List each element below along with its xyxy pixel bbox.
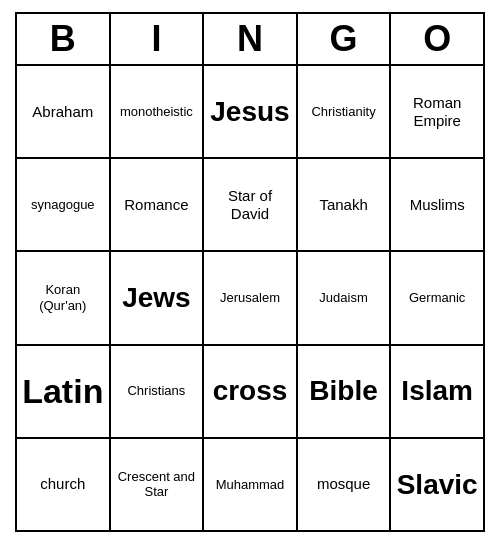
bingo-cell-4-2: Muhammad xyxy=(204,439,298,530)
header-letter-i: I xyxy=(111,14,205,64)
bingo-cell-0-4: Roman Empire xyxy=(391,66,483,157)
bingo-cell-0-0: Abraham xyxy=(17,66,111,157)
bingo-row-3: LatinChristianscrossBibleIslam xyxy=(17,346,483,439)
bingo-cell-1-0: synagogue xyxy=(17,159,111,250)
header-letter-n: N xyxy=(204,14,298,64)
bingo-row-4: churchCrescent and StarMuhammadmosqueSla… xyxy=(17,439,483,530)
bingo-cell-2-1: Jews xyxy=(111,252,205,343)
bingo-board: BINGO AbrahammonotheisticJesusChristiani… xyxy=(15,12,485,532)
bingo-cell-2-2: Jerusalem xyxy=(204,252,298,343)
bingo-cell-4-0: church xyxy=(17,439,111,530)
bingo-cell-1-4: Muslims xyxy=(391,159,483,250)
header-letter-o: O xyxy=(391,14,483,64)
bingo-cell-4-4: Slavic xyxy=(391,439,483,530)
bingo-cell-1-3: Tanakh xyxy=(298,159,392,250)
bingo-cell-1-1: Romance xyxy=(111,159,205,250)
bingo-cell-0-1: monotheistic xyxy=(111,66,205,157)
header-letter-b: B xyxy=(17,14,111,64)
bingo-row-0: AbrahammonotheisticJesusChristianityRoma… xyxy=(17,66,483,159)
header-letter-g: G xyxy=(298,14,392,64)
bingo-cell-3-0: Latin xyxy=(17,346,111,437)
bingo-cell-3-3: Bible xyxy=(298,346,392,437)
bingo-cell-1-2: Star of David xyxy=(204,159,298,250)
bingo-cell-2-0: Koran (Qur'an) xyxy=(17,252,111,343)
bingo-cell-4-3: mosque xyxy=(298,439,392,530)
bingo-row-2: Koran (Qur'an)JewsJerusalemJudaismGerman… xyxy=(17,252,483,345)
bingo-cell-2-3: Judaism xyxy=(298,252,392,343)
bingo-cell-3-4: Islam xyxy=(391,346,483,437)
bingo-cell-3-2: cross xyxy=(204,346,298,437)
bingo-header: BINGO xyxy=(15,12,485,64)
bingo-cell-0-2: Jesus xyxy=(204,66,298,157)
bingo-cell-2-4: Germanic xyxy=(391,252,483,343)
bingo-grid: AbrahammonotheisticJesusChristianityRoma… xyxy=(15,64,485,532)
bingo-cell-3-1: Christians xyxy=(111,346,205,437)
bingo-cell-0-3: Christianity xyxy=(298,66,392,157)
bingo-row-1: synagogueRomanceStar of DavidTanakhMusli… xyxy=(17,159,483,252)
bingo-cell-4-1: Crescent and Star xyxy=(111,439,205,530)
